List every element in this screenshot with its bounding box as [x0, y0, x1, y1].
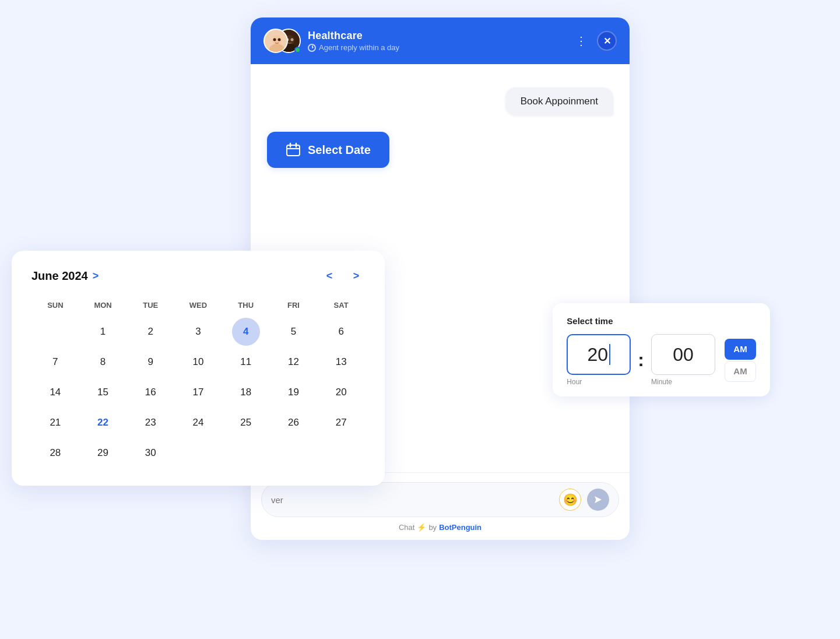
calendar-icon — [286, 142, 301, 157]
calendar-day[interactable]: 15 — [89, 378, 117, 406]
calendar-day[interactable]: 28 — [41, 439, 69, 467]
chat-title: Healthcare — [308, 30, 565, 42]
calendar-day[interactable]: 30 — [136, 439, 164, 467]
emoji-button[interactable]: 😊 — [559, 489, 581, 511]
calendar-day[interactable]: 29 — [89, 439, 117, 467]
weekday-mon: MON — [79, 297, 127, 313]
weekday-thu: THU — [222, 297, 270, 313]
calendar-nav: < > — [321, 267, 365, 285]
svg-rect-10 — [287, 145, 300, 156]
calendar-day[interactable]: 8 — [89, 348, 117, 376]
close-button[interactable]: ✕ — [597, 31, 617, 51]
calendar-day[interactable]: 5 — [279, 318, 307, 346]
book-appointment-bubble: Book Appoinment — [505, 87, 613, 115]
minute-label: Minute — [651, 378, 672, 386]
agent-avatars — [263, 28, 301, 54]
calendar-day[interactable]: 20 — [327, 378, 355, 406]
calendar-day[interactable]: 14 — [41, 378, 69, 406]
calendar-day — [41, 318, 69, 346]
select-date-label: Select Date — [308, 143, 371, 157]
svg-point-9 — [291, 38, 294, 41]
calendar-day[interactable]: 11 — [232, 348, 260, 376]
clock-icon — [308, 44, 316, 52]
calendar-popup: June 2024 > < > SUN MON TUE WED THU FRI … — [12, 251, 385, 486]
calendar-day — [327, 439, 355, 467]
calendar-day[interactable]: 23 — [136, 409, 164, 437]
send-button[interactable] — [587, 489, 609, 511]
calendar-day — [279, 439, 307, 467]
calendar-day[interactable]: 17 — [184, 378, 212, 406]
brand-name: BotPenguin — [439, 523, 481, 532]
hour-input[interactable]: 20 — [567, 334, 631, 375]
select-date-button[interactable]: Select Date — [267, 132, 389, 168]
chat-status: Agent reply within a day — [308, 43, 565, 52]
calendar-day[interactable]: 3 — [184, 318, 212, 346]
chat-branding: Chat ⚡ by BotPenguin — [261, 523, 619, 532]
prev-month-button[interactable]: < — [321, 267, 338, 285]
calendar-day[interactable]: 2 — [136, 318, 164, 346]
hour-label: Hour — [567, 378, 582, 386]
calendar-day[interactable]: 12 — [279, 348, 307, 376]
emoji-icon: 😊 — [563, 493, 578, 507]
calendar-grid: SUN MON TUE WED THU FRI SAT 123456789101… — [31, 297, 365, 467]
chat-input[interactable] — [271, 495, 553, 505]
calendar-day[interactable]: 7 — [41, 348, 69, 376]
calendar-title-arrow[interactable]: > — [93, 270, 99, 282]
branding-text: Chat — [399, 523, 414, 532]
calendar-day[interactable]: 24 — [184, 409, 212, 437]
ampm-group: AM AM — [725, 339, 756, 382]
avatar-1 — [263, 29, 288, 53]
time-picker: Select time 20 Hour : 00 Minute AM AM — [553, 303, 770, 396]
svg-point-4 — [278, 38, 281, 41]
calendar-header: June 2024 > < > — [31, 267, 365, 285]
calendar-day[interactable]: 25 — [232, 409, 260, 437]
minute-value: 00 — [673, 344, 694, 366]
calendar-day[interactable]: 22 — [89, 409, 117, 437]
calendar-days: 1234567891011121314151617181920212223242… — [31, 318, 365, 467]
hour-field: 20 Hour — [567, 334, 631, 386]
calendar-day[interactable]: 13 — [327, 348, 355, 376]
am-button[interactable]: AM — [725, 339, 756, 360]
calendar-weekdays: SUN MON TUE WED THU FRI SAT — [31, 297, 365, 313]
chat-header: Healthcare Agent reply within a day ⋮ ✕ — [251, 17, 630, 64]
weekday-sat: SAT — [317, 297, 365, 313]
chat-header-info: Healthcare Agent reply within a day — [308, 30, 565, 52]
calendar-day[interactable]: 4 — [232, 318, 260, 346]
calendar-day[interactable]: 6 — [327, 318, 355, 346]
weekday-tue: TUE — [126, 297, 174, 313]
calendar-day[interactable]: 27 — [327, 409, 355, 437]
weekday-fri: FRI — [270, 297, 318, 313]
calendar-day[interactable]: 21 — [41, 409, 69, 437]
calendar-title: June 2024 > — [31, 269, 99, 283]
weekday-sun: SUN — [31, 297, 79, 313]
calendar-day — [184, 439, 212, 467]
more-options-button[interactable]: ⋮ — [572, 33, 591, 49]
calendar-day[interactable]: 18 — [232, 378, 260, 406]
weekday-wed: WED — [174, 297, 222, 313]
chat-input-row: 😊 — [261, 482, 619, 517]
lightning-icon: ⚡ — [417, 523, 426, 532]
calendar-day — [232, 439, 260, 467]
pm-button[interactable]: AM — [725, 361, 756, 382]
minute-field: 00 Minute — [651, 334, 715, 386]
calendar-day[interactable]: 19 — [279, 378, 307, 406]
time-inputs: 20 Hour : 00 Minute AM AM — [567, 334, 756, 386]
calendar-day[interactable]: 10 — [184, 348, 212, 376]
calendar-day[interactable]: 26 — [279, 409, 307, 437]
month-year-label: June 2024 — [31, 269, 88, 283]
minute-input[interactable]: 00 — [651, 334, 715, 375]
online-indicator — [294, 47, 301, 53]
hour-value: 20 — [588, 344, 609, 366]
branding-by: by — [428, 523, 437, 532]
status-text: Agent reply within a day — [319, 43, 399, 52]
calendar-day[interactable]: 9 — [136, 348, 164, 376]
header-actions: ⋮ ✕ — [572, 31, 617, 51]
calendar-day[interactable]: 16 — [136, 378, 164, 406]
next-month-button[interactable]: > — [347, 267, 365, 285]
calendar-day[interactable]: 1 — [89, 318, 117, 346]
time-picker-label: Select time — [567, 316, 756, 326]
text-cursor — [609, 344, 610, 365]
svg-point-3 — [273, 38, 276, 41]
time-colon: : — [635, 349, 646, 371]
